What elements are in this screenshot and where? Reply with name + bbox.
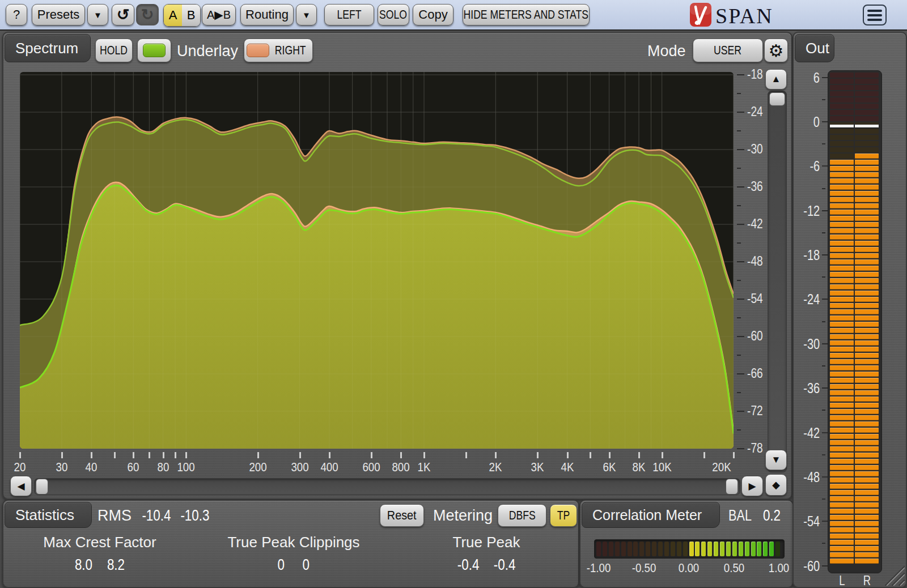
freq-tick	[465, 452, 467, 458]
correlation-segment	[745, 542, 749, 556]
ab-a-segment[interactable]: A	[164, 5, 182, 26]
db-tick	[737, 299, 744, 300]
freq-tick	[609, 452, 611, 458]
meter-segment	[855, 384, 879, 389]
presets-button[interactable]: Presets	[32, 4, 85, 25]
horizontal-scroll-thumb-left[interactable]	[36, 479, 48, 495]
vertical-scroll-thumb[interactable]	[769, 92, 785, 106]
mode-value-button[interactable]: USER	[693, 39, 763, 62]
underlay-right-button[interactable]: RIGHT	[244, 39, 313, 62]
meter-segment	[830, 559, 854, 564]
meter-scale-label: -48	[794, 469, 820, 485]
freq-tick-label: 300	[291, 460, 308, 475]
meter-segment	[855, 484, 879, 489]
db-tick	[737, 224, 744, 225]
db-tick	[737, 429, 741, 431]
scroll-up-icon[interactable]: ▲	[765, 69, 787, 90]
meter-segment	[855, 172, 879, 177]
dbfs-button[interactable]: DBFS	[498, 504, 546, 527]
meter-segment	[830, 135, 854, 140]
correlation-segment	[621, 542, 626, 556]
ab-compare-button[interactable]: A B	[163, 4, 201, 27]
hide-meters-button[interactable]: HIDE METERS AND STATS	[463, 4, 590, 25]
meter-segment	[830, 172, 854, 177]
freq-tick-label: 30	[56, 460, 67, 475]
meter-segment	[830, 347, 854, 352]
freq-tick	[423, 452, 425, 458]
tp-button[interactable]: TP	[550, 504, 577, 527]
meter-segment	[830, 110, 854, 115]
fit-range-icon[interactable]: ◆	[765, 474, 787, 496]
meter-segment	[830, 465, 854, 470]
correlation-scale-label: 1.00	[769, 561, 789, 576]
meter-scale-label: -6	[794, 158, 820, 174]
freq-tick	[299, 452, 301, 458]
metering-label: Metering	[433, 507, 493, 525]
help-button[interactable]: ?	[6, 4, 27, 25]
channel-left-button[interactable]: LEFT	[324, 4, 374, 25]
meter-segment	[830, 253, 854, 258]
hold-button[interactable]: HOLD	[95, 39, 133, 62]
meter-segment	[830, 297, 854, 302]
menu-icon[interactable]	[863, 5, 887, 25]
peak-hold-line	[830, 125, 854, 127]
meter-segment	[830, 91, 854, 96]
db-tick-label: -42	[747, 216, 770, 232]
underlay-color-button[interactable]	[137, 39, 171, 62]
solo-button[interactable]: SOLO	[378, 4, 409, 25]
meter-segment	[855, 129, 879, 134]
meter-segment	[830, 390, 854, 395]
db-tick	[737, 130, 741, 131]
meter-segment	[830, 546, 854, 551]
copy-button[interactable]: Copy	[413, 4, 454, 25]
correlation-segment	[628, 542, 632, 556]
meter-segment	[830, 222, 854, 227]
meter-segment	[830, 440, 854, 445]
freq-tick-label: 1K	[418, 460, 431, 475]
freq-tick-label: 400	[320, 460, 338, 475]
reset-button[interactable]: Reset	[380, 504, 424, 527]
resize-grip[interactable]	[880, 561, 905, 586]
meter-segment	[830, 178, 854, 184]
ab-b-segment[interactable]: B	[182, 5, 200, 26]
meter-segment	[855, 502, 879, 508]
undo-icon[interactable]: ↺	[112, 4, 134, 25]
scroll-down-icon[interactable]: ▼	[765, 450, 787, 470]
horizontal-scrollbar[interactable]	[34, 478, 740, 495]
meter-segment	[855, 496, 879, 501]
true-peak-clippings-label: True Peak Clippings	[214, 534, 373, 551]
correlation-segment	[596, 542, 601, 556]
meter-segment	[855, 509, 879, 514]
spectrum-graph[interactable]	[20, 72, 734, 449]
presets-dropdown-icon[interactable]: ▼	[87, 4, 108, 25]
horizontal-scroll-thumb-right[interactable]	[726, 479, 738, 495]
meter-segment	[855, 178, 879, 184]
correlation-segment	[652, 542, 656, 556]
routing-button[interactable]: Routing	[240, 4, 294, 25]
meter-segment	[855, 415, 879, 420]
meter-segment	[855, 222, 879, 227]
meter-segment	[830, 378, 854, 383]
scroll-left-icon[interactable]: ◀	[10, 476, 32, 496]
db-tick	[737, 149, 744, 150]
vertical-scrollbar[interactable]	[768, 91, 787, 472]
routing-dropdown-icon[interactable]: ▼	[296, 4, 317, 25]
freq-tick	[133, 452, 134, 458]
a-to-b-button[interactable]: A▶B	[202, 4, 236, 25]
meter-segment	[855, 197, 879, 202]
freq-tick-label: 6K	[603, 460, 616, 475]
meter-scale-label: 0	[794, 114, 820, 130]
settings-gear-icon[interactable]: ⚙	[764, 39, 788, 62]
correlation-segment	[658, 542, 663, 556]
meter-scale-label: -54	[794, 513, 820, 530]
correlation-segment	[609, 542, 613, 556]
green-swatch-icon	[143, 44, 166, 57]
scroll-right-icon[interactable]: ▶	[741, 476, 763, 496]
meter-tick	[822, 276, 825, 278]
meter-segment	[830, 527, 854, 532]
meter-segment	[855, 309, 879, 314]
freq-tick	[638, 452, 640, 458]
tab-spectrum: Spectrum	[5, 34, 91, 62]
meter-segment	[830, 434, 854, 439]
correlation-segment	[775, 542, 780, 556]
